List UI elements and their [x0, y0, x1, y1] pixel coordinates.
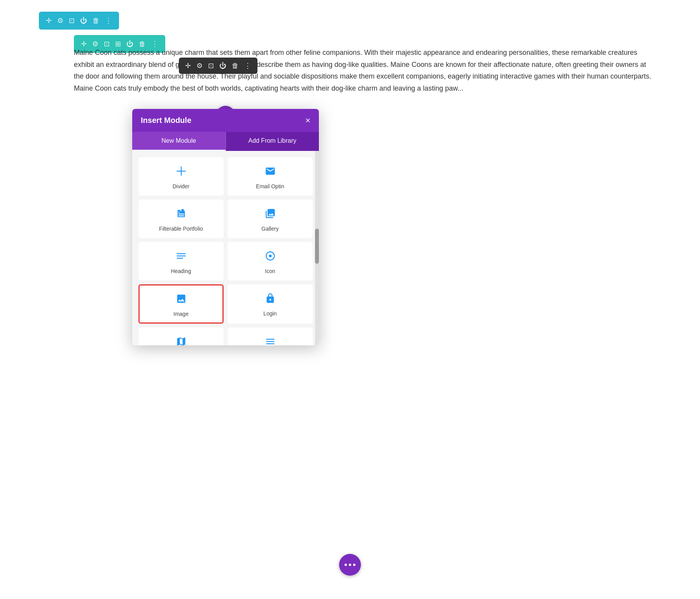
module-image[interactable]: Image [138, 284, 224, 324]
module-gallery[interactable]: Gallery [228, 200, 313, 238]
power-icon[interactable]: ⏻ [80, 17, 87, 25]
toolbar-dark: ✛ ⚙ ⊡ ⏻ 🗑 ⋮ [179, 58, 257, 74]
image-icon [176, 293, 187, 307]
power-icon-3[interactable]: ⏻ [219, 62, 226, 70]
divider-label: Divider [173, 183, 190, 189]
scrollbar-track[interactable] [315, 151, 319, 345]
module-menu[interactable]: Menu [228, 328, 313, 345]
icon-label: Icon [265, 268, 275, 274]
modal-header: Insert Module × [132, 109, 319, 132]
modal-title: Insert Module [141, 116, 191, 125]
more-icon-3[interactable]: ⋮ [244, 61, 251, 70]
module-filterable-portfolio[interactable]: Filterable Portfolio [138, 200, 224, 238]
divider-icon [176, 166, 187, 179]
move-icon[interactable]: ✛ [46, 16, 52, 25]
module-heading[interactable]: Heading [138, 242, 224, 280]
svg-rect-1 [180, 166, 181, 175]
toolbar-blue: ✛ ⚙ ⊡ ⏻ 🗑 ⋮ [39, 12, 119, 30]
svg-rect-8 [266, 343, 274, 344]
more-options-button[interactable] [339, 554, 361, 576]
login-label: Login [263, 310, 276, 317]
move-icon-3[interactable]: ✛ [185, 61, 191, 70]
modal-tabs: New Module Add From Library [132, 132, 319, 151]
module-login[interactable]: Login [228, 284, 313, 324]
dots-inner [345, 564, 355, 566]
settings-icon-3[interactable]: ⚙ [196, 61, 203, 70]
tab-new-module[interactable]: New Module [132, 132, 226, 151]
module-icon-item[interactable]: Icon [228, 242, 313, 280]
heading-icon [176, 250, 187, 264]
tab-add-from-library[interactable]: Add From Library [226, 132, 319, 151]
portfolio-icon [176, 208, 187, 222]
email-icon [265, 166, 276, 179]
icon-module-icon [265, 250, 276, 264]
settings-icon[interactable]: ⚙ [57, 16, 63, 25]
delete-icon-3[interactable]: 🗑 [232, 62, 239, 70]
gallery-icon [265, 208, 276, 222]
module-grid: Divider Email Optin Filterable Portfolio [132, 151, 319, 345]
svg-rect-3 [177, 256, 186, 256]
copy-icon[interactable]: ⊡ [69, 16, 75, 25]
email-optin-label: Email Optin [256, 183, 284, 189]
content-text: Maine Coon cats possess a unique charm t… [74, 47, 653, 94]
dot-2 [349, 564, 351, 566]
delete-icon[interactable]: 🗑 [93, 17, 100, 25]
menu-icon [265, 336, 276, 345]
heading-label: Heading [171, 268, 191, 274]
svg-rect-7 [266, 341, 274, 342]
dot-1 [345, 564, 347, 566]
filterable-portfolio-label: Filterable Portfolio [159, 226, 203, 232]
module-email-optin[interactable]: Email Optin [228, 157, 313, 196]
dot-3 [353, 564, 355, 566]
svg-point-5 [269, 255, 271, 257]
svg-rect-4 [177, 258, 183, 259]
scrollbar-thumb [315, 229, 319, 264]
copy-icon-3[interactable]: ⊡ [208, 61, 214, 70]
gallery-label: Gallery [261, 226, 278, 232]
image-label: Image [173, 311, 189, 317]
map-icon [176, 336, 187, 345]
insert-module-modal: Insert Module × New Module Add From Libr… [132, 109, 319, 345]
svg-rect-2 [177, 253, 186, 254]
modal-close-button[interactable]: × [305, 116, 310, 125]
module-divider[interactable]: Divider [138, 157, 224, 196]
module-map[interactable]: Map [138, 328, 224, 345]
login-icon [265, 293, 276, 307]
page-wrapper: ✛ ⚙ ⊡ ⏻ 🗑 ⋮ ✛ ⚙ ⊡ ⊞ ⏻ 🗑 ⋮ ✛ ⚙ ⊡ ⏻ 🗑 ⋮ Ma… [0, 0, 700, 599]
svg-rect-6 [266, 339, 274, 340]
more-icon[interactable]: ⋮ [105, 16, 112, 25]
